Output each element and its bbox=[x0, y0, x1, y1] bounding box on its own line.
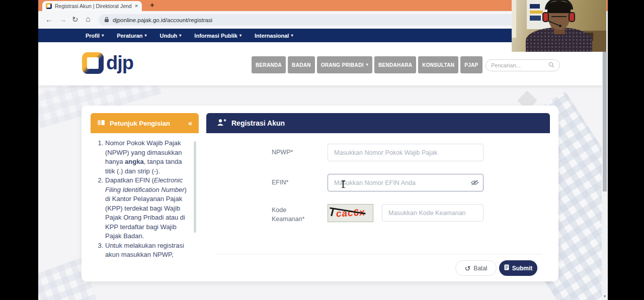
nav-beranda-button[interactable]: BERANDA bbox=[252, 56, 286, 73]
search-input[interactable] bbox=[491, 62, 548, 68]
form-body: NPWP* EFIN* Kode Keamanan* cac6x bbox=[206, 133, 550, 281]
npwp-label: NPWP* bbox=[272, 149, 293, 156]
submit-button[interactable]: Submit bbox=[499, 260, 537, 276]
window-light bbox=[512, 0, 516, 38]
nav-konsultan-button[interactable]: KONSULTAN bbox=[418, 56, 458, 73]
nav-orang-pribadi-button[interactable]: ORANG PRIBADI▾ bbox=[317, 56, 372, 73]
form-title: Registrasi Akun bbox=[231, 119, 285, 127]
topnav-peraturan[interactable]: Peraturan▾ bbox=[117, 33, 146, 39]
chevron-down-icon: ▾ bbox=[145, 34, 147, 38]
chevron-down-icon: ▾ bbox=[291, 34, 293, 38]
guide-item-2: Dapatkan EFIN (Electronic Filing Identif… bbox=[105, 176, 189, 241]
guide-panel: Petunjuk Pengisian « Nomor Pokok Wajib P… bbox=[91, 113, 199, 277]
headset-band bbox=[545, 0, 573, 10]
chevron-down-icon: ▾ bbox=[366, 63, 368, 67]
tab-title: Registrasi Akun | Direktorat Jend bbox=[55, 3, 132, 9]
guide-item-1: Nomor Pokok Wajib Pajak (NPWP) yang dima… bbox=[105, 139, 189, 176]
topnav-unduh[interactable]: Unduh▾ bbox=[160, 33, 182, 39]
form-header: Registrasi Akun bbox=[206, 113, 550, 133]
guide-body: Nomor Pokok Wajib Pajak (NPWP) yang dima… bbox=[91, 133, 199, 277]
webcam-overlay bbox=[512, 0, 606, 52]
home-icon[interactable]: ⌂ bbox=[86, 15, 91, 24]
browser-tab[interactable]: Registrasi Akun | Direktorat Jend ✕ bbox=[42, 1, 142, 11]
search-box bbox=[486, 59, 560, 71]
efin-field bbox=[328, 174, 484, 191]
eye-slash-icon[interactable] bbox=[470, 179, 479, 188]
chevron-down-icon: ▾ bbox=[179, 34, 181, 38]
djp-logo-icon bbox=[82, 52, 104, 74]
topnav-informasi-publik[interactable]: Informasi Publik▾ bbox=[194, 33, 242, 39]
tab-close-icon[interactable]: ✕ bbox=[134, 4, 138, 9]
guide-item-3: Untuk melakukan registrasi akun masukkan… bbox=[105, 241, 189, 260]
text-cursor bbox=[343, 181, 344, 187]
search-icon[interactable] bbox=[548, 61, 554, 70]
djp-favicon-icon bbox=[46, 3, 52, 9]
captcha-label: Kode Keamanan* bbox=[272, 206, 304, 224]
page-background: Petunjuk Pengisian « Nomor Pokok Wajib P… bbox=[38, 85, 608, 300]
efin-label: EFIN* bbox=[272, 179, 288, 186]
headset-mic-icon bbox=[559, 25, 561, 27]
new-tab-button[interactable]: + bbox=[150, 1, 154, 9]
guide-header: Petunjuk Pengisian « bbox=[91, 113, 199, 133]
guide-title: Petunjuk Pengisian bbox=[110, 120, 188, 127]
efin-input[interactable] bbox=[328, 174, 484, 191]
registration-card: Petunjuk Pengisian « Nomor Pokok Wajib P… bbox=[82, 106, 558, 281]
captcha-input[interactable] bbox=[382, 204, 484, 222]
topnav-profil[interactable]: Profil▾ bbox=[86, 33, 104, 39]
chevron-down-icon: ▾ bbox=[239, 34, 242, 38]
guide-scrollbar-thumb[interactable] bbox=[194, 141, 196, 233]
book-icon bbox=[97, 119, 105, 128]
nav-pjap-button[interactable]: PJAP bbox=[460, 56, 482, 73]
collapse-panel-icon[interactable]: « bbox=[188, 119, 192, 127]
url-bar[interactable]: djponline.pajak.go.id/account/registrasi bbox=[99, 14, 550, 26]
page-scrollbar[interactable]: ▾ bbox=[602, 29, 608, 300]
captcha-strike-tick bbox=[331, 209, 334, 216]
back-icon[interactable]: ← bbox=[45, 15, 53, 24]
registration-form: Registrasi Akun NPWP* EFIN* Kode Keamana… bbox=[206, 113, 550, 281]
url-text: djponline.pajak.go.id/account/registrasi bbox=[113, 17, 212, 23]
lock-icon bbox=[104, 16, 109, 25]
document-icon bbox=[504, 264, 509, 272]
person-glasses bbox=[551, 14, 567, 17]
undo-icon: ↺ bbox=[464, 265, 470, 272]
scrollbar-down-arrow[interactable]: ▾ bbox=[602, 294, 608, 298]
headset-earcup-right bbox=[569, 12, 575, 22]
forward-icon[interactable]: → bbox=[59, 15, 66, 24]
npwp-input[interactable] bbox=[328, 144, 484, 161]
scrollbar-thumb[interactable] bbox=[603, 52, 607, 191]
djp-logo[interactable]: djp bbox=[82, 52, 133, 74]
refresh-icon[interactable]: ↻ bbox=[72, 15, 78, 24]
nav-badan-button[interactable]: BADAN bbox=[288, 56, 315, 73]
djp-logo-text: djp bbox=[106, 52, 133, 74]
form-divider bbox=[216, 254, 542, 254]
topnav-internasional[interactable]: Internasional▾ bbox=[255, 33, 293, 39]
cancel-button[interactable]: ↺ Batal bbox=[455, 260, 497, 276]
captcha-image: cac6x bbox=[328, 204, 373, 222]
main-nav: BERANDA BADAN ORANG PRIBADI▾ BENDAHARA K… bbox=[252, 56, 482, 73]
add-user-icon bbox=[217, 119, 226, 128]
nav-bendahara-button[interactable]: BENDAHARA bbox=[374, 56, 416, 73]
chevron-down-icon: ▾ bbox=[102, 34, 104, 38]
